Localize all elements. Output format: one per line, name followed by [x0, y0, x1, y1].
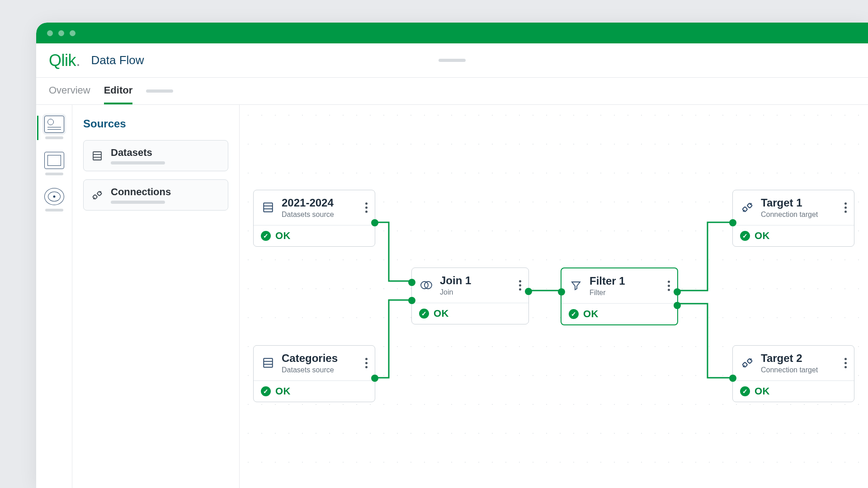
rail-item-target[interactable] [43, 188, 65, 211]
flow-canvas[interactable]: 2021-2024 Datasets source ✓ OK Categorie… [240, 105, 868, 488]
node-source-2021-2024[interactable]: 2021-2024 Datasets source ✓ OK [253, 190, 375, 247]
output-port[interactable] [525, 288, 532, 295]
input-port[interactable] [729, 375, 736, 382]
svg-rect-8 [264, 359, 273, 368]
node-target-2[interactable]: Target 2 Connection target ✓ OK [732, 345, 854, 402]
input-port[interactable] [729, 219, 736, 226]
target-icon [44, 188, 64, 205]
dataset-icon [261, 356, 275, 370]
output-port[interactable] [371, 375, 378, 382]
node-target-1[interactable]: Target 1 Connection target ✓ OK [732, 190, 854, 247]
source-item-datasets[interactable]: Datasets [83, 140, 228, 171]
output-port[interactable] [371, 219, 378, 226]
node-menu-button[interactable] [841, 356, 849, 370]
left-rail [36, 105, 72, 488]
source-subtitle-placeholder [111, 201, 165, 204]
source-label: Datasets [111, 147, 221, 159]
tab-placeholder [146, 89, 173, 93]
workspace: Sources Datasets Connections [36, 105, 868, 488]
check-icon: ✓ [740, 231, 750, 241]
status-text: OK [434, 308, 449, 319]
node-subtitle: Datasets source [282, 366, 356, 374]
node-menu-button[interactable] [362, 201, 370, 215]
app-header: Qlik. Data Flow [36, 43, 868, 78]
tabs: Overview Editor [36, 78, 868, 105]
svg-rect-0 [93, 152, 101, 160]
output-port[interactable] [674, 302, 681, 309]
connection-icon [740, 200, 755, 215]
source-item-connections[interactable]: Connections [83, 179, 228, 211]
flow-connectors [240, 105, 868, 488]
node-title: Join 1 [440, 274, 509, 287]
check-icon: ✓ [261, 386, 271, 396]
browser-frame: Qlik. Data Flow Overview Editor Sources [36, 23, 868, 488]
header-placeholder [439, 59, 466, 62]
node-status: ✓ OK [733, 225, 854, 246]
tab-editor[interactable]: Editor [104, 78, 133, 104]
node-menu-button[interactable] [665, 279, 673, 293]
output-port[interactable] [674, 288, 681, 296]
connection-icon [91, 189, 104, 202]
panel-title: Sources [83, 117, 228, 130]
node-source-categories[interactable]: Categories Datasets source ✓ OK [253, 345, 375, 402]
node-subtitle: Join [440, 288, 509, 296]
brand-logo: Qlik. [49, 51, 80, 70]
node-title: Filter 1 [590, 275, 658, 287]
status-text: OK [583, 308, 599, 320]
window-dot [58, 30, 64, 36]
svg-rect-5 [264, 203, 273, 212]
node-subtitle: Filter [590, 289, 658, 297]
node-status: ✓ OK [561, 303, 677, 324]
sources-panel: Sources Datasets Connections [72, 105, 240, 488]
rail-item-component[interactable] [43, 152, 65, 175]
check-icon: ✓ [419, 309, 429, 319]
dataset-icon [261, 200, 275, 215]
input-port[interactable] [408, 279, 415, 286]
node-subtitle: Connection target [761, 366, 835, 374]
filter-icon [569, 278, 583, 293]
node-menu-button[interactable] [841, 201, 849, 215]
window-title-bar [36, 23, 868, 43]
dataset-icon [91, 150, 104, 162]
node-join-1[interactable]: Join 1 Join ✓ OK [411, 267, 529, 324]
node-menu-button[interactable] [516, 278, 524, 292]
join-icon [419, 278, 434, 292]
connection-icon [740, 356, 755, 370]
node-menu-button[interactable] [362, 356, 370, 370]
check-icon: ✓ [569, 309, 579, 319]
page-title: Data Flow [91, 53, 144, 67]
window-dot [47, 30, 53, 36]
status-text: OK [275, 230, 291, 242]
rail-item-diagram[interactable] [43, 116, 65, 139]
status-text: OK [275, 385, 291, 397]
source-label: Connections [111, 186, 221, 198]
node-title: Target 2 [761, 352, 835, 365]
chip-icon [44, 152, 64, 169]
status-text: OK [755, 385, 770, 397]
rail-label-placeholder [45, 173, 63, 175]
node-status: ✓ OK [412, 303, 528, 324]
check-icon: ✓ [261, 231, 271, 241]
input-port[interactable] [408, 297, 415, 304]
node-filter-1[interactable]: Filter 1 Filter ✓ OK [561, 267, 678, 325]
node-title: 2021-2024 [282, 197, 356, 209]
node-status: ✓ OK [254, 225, 375, 246]
node-title: Target 1 [761, 197, 835, 209]
node-status: ✓ OK [733, 380, 854, 402]
window-dot [70, 30, 75, 36]
node-status: ✓ OK [254, 380, 375, 402]
node-subtitle: Connection target [761, 211, 835, 219]
input-port[interactable] [558, 288, 565, 296]
source-subtitle-placeholder [111, 161, 165, 164]
status-text: OK [755, 230, 770, 242]
rail-label-placeholder [45, 136, 63, 139]
diagram-icon [44, 116, 64, 133]
node-title: Categories [282, 352, 356, 365]
node-subtitle: Datasets source [282, 211, 356, 219]
check-icon: ✓ [740, 386, 750, 396]
tab-overview[interactable]: Overview [49, 78, 90, 104]
rail-label-placeholder [45, 209, 63, 211]
